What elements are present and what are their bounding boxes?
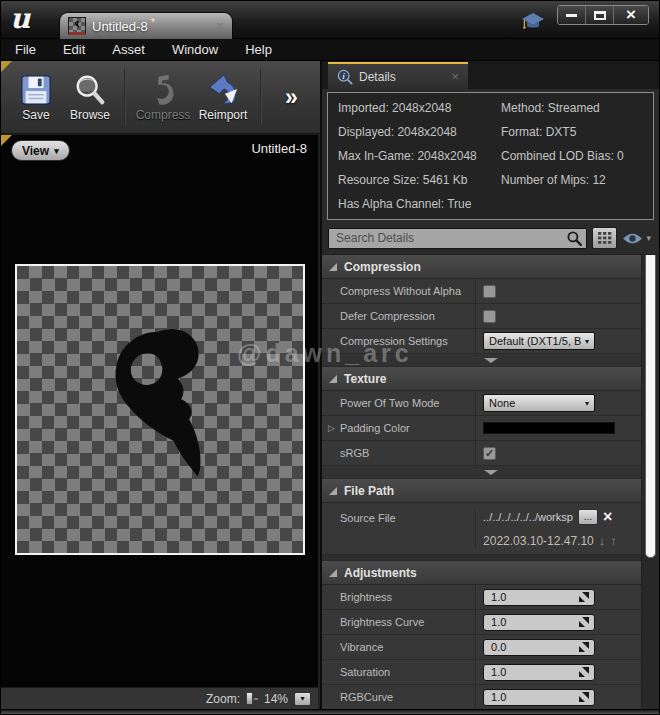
close-button[interactable]: ×: [614, 6, 648, 24]
property-row-compress-without-alpha: Compress Without Alpha: [322, 279, 659, 304]
check-icon: ✓: [485, 448, 494, 459]
save-icon: [19, 73, 53, 107]
info-imported: Imported: 2048x2048: [338, 101, 501, 115]
menu-window[interactable]: Window: [172, 42, 218, 57]
section-expander[interactable]: [322, 354, 659, 367]
details-properties: Compression Compress Without Alpha Defer…: [322, 254, 659, 709]
menu-help[interactable]: Help: [245, 42, 272, 57]
details-scrollbar-thumb[interactable]: [645, 254, 656, 558]
property-row-brightness: Brightness 1.0: [322, 585, 659, 610]
property-row-srgb: sRGB ✓: [322, 441, 659, 466]
save-button[interactable]: Save: [9, 73, 63, 122]
texture-preview[interactable]: [15, 264, 305, 555]
details-scrollbar-track[interactable]: [641, 255, 659, 709]
property-row-source-file: Source File ../../../../../../worksp ...…: [322, 503, 659, 555]
document-tab[interactable]: Untitled-8 * ×: [59, 12, 233, 39]
info-search-icon: i: [337, 69, 353, 85]
toolbar-separator: [260, 69, 262, 125]
tab-details[interactable]: i Details ×: [328, 62, 468, 89]
section-expander[interactable]: [322, 466, 659, 479]
arrow-down-icon[interactable]: ↓: [599, 533, 606, 548]
vibrance-input[interactable]: 0.0: [483, 639, 595, 656]
rgbcurve-input[interactable]: 1.0: [483, 689, 595, 706]
texture-thumbnail-icon: [68, 17, 86, 35]
compress-without-alpha-checkbox[interactable]: [483, 285, 496, 298]
section-expanded-icon: [329, 263, 337, 271]
tutorial-cap-icon[interactable]: [521, 12, 545, 35]
brightness-curve-input[interactable]: 1.0: [483, 614, 595, 631]
value-scrub-icon: [579, 667, 589, 677]
menu-asset[interactable]: Asset: [112, 42, 145, 57]
browse-button[interactable]: Browse: [63, 73, 117, 122]
info-displayed: Displayed: 2048x2048: [338, 125, 501, 139]
info-max-ingame: Max In-Game: 2048x2048: [338, 149, 501, 163]
expand-row-icon[interactable]: ▷: [328, 423, 335, 433]
texture-viewport[interactable]: View ▾ Untitled-8 Zoom: 14% ▾: [1, 135, 318, 709]
zoom-slider-handle[interactable]: [246, 692, 253, 705]
property-row-compression-settings: Compression Settings Default (DXT1/5, BC…: [322, 329, 659, 354]
document-tab-title: Untitled-8: [92, 19, 148, 34]
clear-path-icon[interactable]: ×: [603, 509, 612, 525]
details-panel: i Details × Imported: 2048x2048 Method: …: [322, 61, 659, 709]
power-of-two-mode-dropdown[interactable]: None ▾: [483, 394, 595, 412]
unreal-engine-logo-icon: u: [10, 2, 30, 35]
chevron-down-icon: ▾: [585, 399, 589, 408]
section-expanded-icon: [329, 487, 337, 495]
display-filter-button[interactable]: [592, 227, 617, 249]
viewport-column: Save Browse Compress: [1, 61, 322, 709]
section-header-compression[interactable]: Compression: [322, 255, 659, 279]
texture-swirl-image: [17, 266, 303, 553]
section-header-adjustments[interactable]: Adjustments: [322, 561, 659, 585]
value-scrub-icon: [579, 592, 589, 602]
toolbar-overflow-icon[interactable]: »: [285, 84, 298, 111]
srgb-checkbox[interactable]: ✓: [483, 447, 496, 460]
texture-info-box: Imported: 2048x2048 Method: Streamed Dis…: [327, 92, 654, 220]
titlebar: u Untitled-8 * × ×: [1, 1, 659, 39]
brightness-input[interactable]: 1.0: [483, 589, 595, 606]
minimize-icon: [566, 14, 577, 17]
value-scrub-icon: [579, 692, 589, 702]
zoom-dropdown-button[interactable]: ▾: [294, 692, 311, 706]
zoom-slider-track: [254, 698, 258, 700]
maximize-button[interactable]: [586, 6, 614, 24]
property-row-defer-compression: Defer Compression: [322, 304, 659, 329]
source-file-timestamp: 2022.03.10-12.47.10: [483, 534, 594, 548]
window-controls: ×: [521, 5, 649, 35]
texture-editor-window: u Untitled-8 * × ×: [0, 0, 660, 715]
details-tabbar: i Details ×: [322, 61, 659, 89]
unsaved-indicator: *: [151, 16, 155, 28]
menu-file[interactable]: File: [15, 42, 36, 57]
viewport-asset-name: Untitled-8: [251, 141, 307, 156]
saturation-input[interactable]: 1.0: [483, 664, 595, 681]
zoom-slider[interactable]: [246, 692, 258, 705]
arrow-up-icon[interactable]: ↑: [610, 533, 617, 548]
compress-icon: [146, 73, 180, 107]
menu-edit[interactable]: Edit: [63, 42, 85, 57]
property-row-padding-color: ▷ Padding Color: [322, 416, 659, 441]
section-header-file-path[interactable]: File Path: [322, 479, 659, 503]
menubar: File Edit Asset Window Help: [1, 39, 659, 61]
expander-arrow-icon: [484, 470, 498, 475]
padding-color-swatch[interactable]: [483, 422, 615, 434]
search-details-input[interactable]: [328, 228, 587, 249]
window-button-group: ×: [557, 5, 649, 25]
toolbar-separator: [124, 69, 126, 125]
search-icon: [567, 231, 582, 246]
section-header-texture[interactable]: Texture: [322, 367, 659, 391]
value-scrub-icon: [579, 642, 589, 652]
document-tab-close-icon[interactable]: ×: [216, 19, 224, 33]
chevron-down-icon: ▾: [585, 337, 589, 346]
reimport-button[interactable]: Reimport: [193, 73, 253, 122]
compression-settings-dropdown[interactable]: Default (DXT1/5, BC ▾: [483, 332, 595, 350]
value-scrub-icon: [579, 617, 589, 627]
close-icon: ×: [626, 6, 636, 23]
defer-compression-checkbox[interactable]: [483, 310, 496, 323]
browse-file-button[interactable]: ...: [578, 509, 598, 525]
compress-button: Compress: [133, 73, 193, 122]
view-menu-button[interactable]: View ▾: [11, 140, 70, 161]
info-format: Format: DXT5: [501, 125, 643, 139]
view-options-button[interactable]: ▾: [622, 232, 653, 245]
minimize-button[interactable]: [558, 6, 586, 24]
tab-details-close-icon[interactable]: ×: [451, 69, 459, 84]
source-file-path[interactable]: ../../../../../../worksp: [483, 511, 573, 523]
